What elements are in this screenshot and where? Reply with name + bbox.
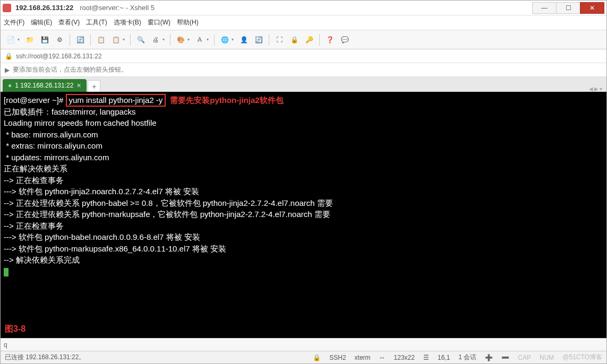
globe-icon[interactable]: 🌐: [218, 33, 232, 47]
terminal-line: --> 解决依赖关系完成: [4, 255, 80, 264]
arrow-icon[interactable]: ▶: [5, 66, 10, 74]
addressbar: 🔒 ssh://root@192.168.26.131:22: [1, 49, 606, 63]
lock-icon: 🔒: [5, 53, 13, 60]
new-session-icon[interactable]: 📄: [4, 33, 18, 47]
menu-tools[interactable]: 工具(T): [86, 18, 107, 27]
terminal-line: * updates: mirrors.aliyun.com: [4, 153, 109, 162]
window-controls: — ☐ ✕: [533, 2, 604, 14]
toolbar: 📄▾ 📁 💾 ⚙ 🔄 📋 📋▾ 🔍 🖨▾ 🎨▾ A▾ 🌐▾ 👤 🔄 ⛶ 🔒 🔑 …: [1, 30, 606, 49]
user-icon[interactable]: 👤: [237, 33, 251, 47]
caps-minus-icon: ➖: [501, 354, 509, 361]
menu-file[interactable]: 文件(F): [4, 18, 24, 27]
status-protocol: SSH2: [329, 354, 346, 361]
terminal-prompt: [root@server ~]#: [4, 96, 66, 105]
app-icon: [3, 4, 11, 12]
searchbar[interactable]: q: [1, 338, 606, 351]
status-position: 16,1: [438, 354, 450, 361]
terminal-line: --> 正在处理依赖关系 python-markupsafe，它被软件包 pyt…: [4, 210, 330, 219]
terminal-line: --> 正在检查事务: [4, 176, 64, 185]
copy-icon[interactable]: 📋: [94, 33, 108, 47]
menu-window[interactable]: 窗口(W): [148, 18, 170, 27]
save-icon[interactable]: 💾: [38, 33, 52, 47]
menu-edit[interactable]: 编辑(E): [31, 18, 52, 27]
figure-label: 图3-8: [5, 324, 25, 335]
status-sessions: 1 会话: [458, 353, 476, 362]
annotation-text: 需要先安装python-jinja2软件包: [170, 96, 283, 105]
status-connection: 已连接 192.168.26.131:22。: [5, 353, 85, 362]
tab-label: 1 192.168.26.131:22: [15, 82, 73, 89]
pos-icon: ☰: [423, 354, 429, 361]
terminal-line: * base: mirrors.aliyun.com: [4, 130, 98, 139]
find-icon[interactable]: 🔍: [134, 33, 148, 47]
tabbar: ● 1 192.168.26.131:22 ✕ + ◀ ▶ ▾: [1, 77, 606, 92]
help-icon[interactable]: ❓: [323, 33, 337, 47]
lock-toolbar-icon[interactable]: 🔒: [287, 33, 301, 47]
script-icon[interactable]: 🔄: [252, 33, 266, 47]
terminal-line: --> 正在处理依赖关系 python-babel >= 0.8，它被软件包 p…: [4, 198, 333, 207]
menu-tabs[interactable]: 选项卡(B): [114, 18, 141, 27]
terminal-line: Loading mirror speeds from cached hostfi…: [4, 118, 157, 127]
caps-plus-icon: ➕: [485, 354, 493, 361]
terminal-line: ---> 软件包 python-jinja2.noarch.0.2.7.2-4.…: [4, 187, 199, 196]
address-url[interactable]: ssh://root@192.168.26.131:22: [16, 53, 102, 60]
terminal-line: * extras: mirrors.aliyun.com: [4, 141, 102, 150]
status-num: NUM: [540, 354, 554, 361]
session-hint-bar: ▶ 要添加当前会话，点击左侧的箭头按钮。: [1, 63, 606, 77]
watermark: @51CTO博客: [562, 353, 602, 362]
new-tab-button[interactable]: +: [88, 80, 100, 92]
title-label: root@server:~ - Xshell 5: [80, 4, 155, 12]
menu-view[interactable]: 查看(V): [58, 18, 80, 27]
app-window: 192.168.26.131:22 root@server:~ - Xshell…: [0, 0, 607, 364]
open-icon[interactable]: 📁: [23, 33, 37, 47]
color-icon[interactable]: 🎨: [174, 33, 187, 47]
terminal-line: ---> 软件包 python-babel.noarch.0.0.9.6-8.e…: [4, 232, 200, 241]
search-input[interactable]: q: [4, 341, 7, 349]
menubar: 文件(F) 编辑(E) 查看(V) 工具(T) 选项卡(B) 窗口(W) 帮助(…: [1, 15, 606, 30]
paste-icon[interactable]: 📋: [109, 33, 123, 47]
terminal-line: ---> 软件包 python-markupsafe.x86_64.0.0.11…: [4, 244, 226, 253]
key-icon[interactable]: 🔑: [302, 33, 316, 47]
terminal-line: --> 正在检查事务: [4, 221, 64, 230]
fullscreen-icon[interactable]: ⛶: [272, 33, 286, 47]
session-tab[interactable]: ● 1 192.168.26.131:22 ✕: [3, 79, 87, 92]
status-size: 123x22: [394, 354, 415, 361]
tab-prev-icon[interactable]: ◀: [589, 86, 593, 92]
menu-help[interactable]: 帮助(H): [177, 18, 199, 27]
terminal-cursor: [4, 268, 8, 276]
status-caps: CAP: [518, 354, 531, 361]
tab-close-icon[interactable]: ✕: [76, 82, 81, 89]
properties-icon[interactable]: ⚙: [53, 33, 66, 47]
titlebar: 192.168.26.131:22 root@server:~ - Xshell…: [1, 1, 606, 15]
status-termtype: xterm: [355, 354, 371, 361]
maximize-button[interactable]: ☐: [556, 2, 580, 14]
proto-icon: 🔒: [313, 354, 321, 361]
terminal-line: 已加载插件：fastestmirror, langpacks: [4, 107, 135, 116]
highlighted-command: yum install python-jinja2 -y: [66, 94, 166, 107]
close-button[interactable]: ✕: [580, 2, 604, 14]
tab-status-icon: ●: [8, 82, 12, 89]
terminal[interactable]: [root@server ~]# yum install python-jinj…: [1, 92, 606, 338]
title-ip: 192.168.26.131:22: [15, 4, 73, 12]
terminal-line: 正在解决依赖关系: [4, 164, 67, 173]
statusbar: 已连接 192.168.26.131:22。 🔒 SSH2 xterm ↔ 12…: [1, 351, 606, 363]
size-icon: ↔: [379, 354, 386, 361]
tab-next-icon[interactable]: ▶: [594, 86, 599, 92]
print-icon[interactable]: 🖨: [149, 33, 163, 47]
tab-list-icon[interactable]: ▾: [600, 86, 602, 92]
font-icon[interactable]: A: [193, 33, 207, 47]
minimize-button[interactable]: —: [532, 2, 557, 14]
chat-icon[interactable]: 💬: [338, 33, 352, 47]
reconnect-icon[interactable]: 🔄: [73, 33, 87, 47]
hint-text: 要添加当前会话，点击左侧的箭头按钮。: [13, 65, 127, 74]
